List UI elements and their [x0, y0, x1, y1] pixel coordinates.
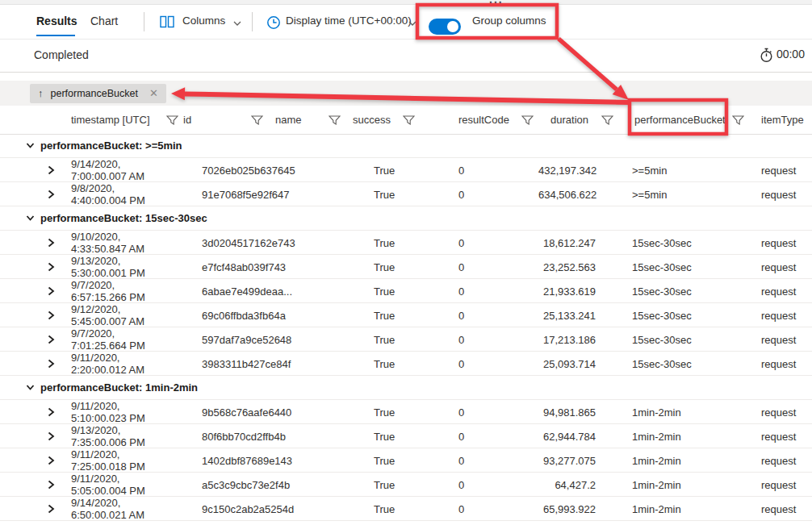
cell-name — [268, 261, 323, 273]
row-expand-chevron[interactable] — [0, 165, 71, 175]
row-expand-chevron[interactable] — [0, 504, 71, 514]
cell-performanceBucket: 1min-2min — [618, 431, 726, 443]
chevron-down-icon[interactable] — [233, 21, 241, 26]
cell-success: True — [345, 310, 397, 322]
table-row[interactable]: 9/14/2020, 7:00:00.007 AM 7026eb025b6376… — [0, 158, 812, 182]
cell-id: 91e7068f5e92f647 — [183, 189, 245, 201]
column-header-performanceBucket[interactable]: performanceBucket — [618, 114, 726, 126]
cell-resultCode: 0 — [420, 189, 516, 201]
cell-duration: 634,506.622 — [538, 189, 596, 201]
filter-funnel-icon[interactable] — [732, 115, 744, 125]
cell-name — [268, 503, 323, 515]
cell-duration: 64,427.2 — [538, 479, 596, 491]
filter-funnel-icon[interactable] — [166, 115, 178, 125]
column-header-id[interactable]: id — [183, 114, 245, 126]
cell-timestamp: 9/14/2020, 6:50:00.021 AM — [71, 497, 161, 521]
chevron-down-icon[interactable] — [408, 21, 416, 26]
row-expand-chevron[interactable] — [0, 238, 71, 248]
column-header-duration[interactable]: duration — [538, 114, 596, 126]
cell-name — [268, 165, 323, 177]
column-header-name[interactable]: name — [268, 114, 323, 126]
cell-timestamp: 9/12/2020, 5:45:00.007 AM — [71, 303, 161, 327]
close-icon[interactable]: ✕ — [149, 87, 158, 99]
display-time-button[interactable]: Display time (UTC+00:00) — [286, 15, 412, 27]
cell-performanceBucket: >=5min — [618, 165, 726, 177]
chevron-expanded-icon[interactable] — [26, 383, 35, 392]
cell-success: True — [345, 406, 397, 419]
group-header-row[interactable]: performanceBucket: >=5min — [0, 134, 812, 158]
cell-name — [268, 310, 323, 322]
group-header-row[interactable]: performanceBucket: 1min-2min — [0, 376, 812, 400]
cell-success: True — [345, 237, 397, 249]
group-columns-toggle[interactable] — [429, 19, 461, 35]
cell-success: True — [345, 503, 397, 515]
column-header-itemType[interactable]: itemType — [749, 114, 812, 126]
table-row[interactable]: 9/14/2020, 6:50:00.021 AM 9c150c2ab2a525… — [0, 497, 812, 521]
cell-resultCode: 0 — [420, 261, 516, 273]
table-row[interactable]: 9/11/2020, 7:25:00.018 PM 1402dbf87689e1… — [0, 448, 812, 473]
filter-funnel-icon[interactable] — [329, 115, 341, 125]
row-expand-chevron[interactable] — [0, 456, 71, 465]
cell-name — [268, 406, 323, 419]
row-expand-chevron[interactable] — [0, 262, 71, 272]
group-by-bar: ↑performanceBucket✕ — [0, 81, 812, 106]
row-expand-chevron[interactable] — [0, 407, 71, 417]
tab-chart[interactable]: Chart — [90, 15, 118, 27]
table-row[interactable]: 9/7/2020, 7:01:25.664 PM 597daf7a9ce5264… — [0, 327, 812, 352]
table-row[interactable]: 9/11/2020, 5:05:00.004 PM a5c3c9cbc73e2f… — [0, 473, 812, 497]
column-header-resultCode[interactable]: resultCode — [420, 114, 516, 126]
table-row[interactable]: 9/11/2020, 2:20:00.012 AM 3983311b427ce8… — [0, 352, 812, 376]
chevron-expanded-icon[interactable] — [26, 214, 35, 223]
group-header-label: performanceBucket: 1min-2min — [40, 381, 198, 394]
columns-button[interactable]: Columns — [182, 15, 225, 27]
cell-duration: 94,981.865 — [538, 406, 596, 419]
row-expand-chevron[interactable] — [0, 431, 71, 441]
cell-resultCode: 0 — [420, 334, 516, 346]
cell-id: 80f6bb70cd2ffb4b — [183, 431, 245, 443]
query-status: Completed — [34, 48, 89, 61]
cell-timestamp: 9/10/2020, 4:33:50.847 AM — [71, 231, 161, 255]
filter-funnel-icon[interactable] — [251, 115, 263, 125]
chevron-expanded-icon[interactable] — [26, 141, 35, 150]
column-header-success[interactable]: success — [345, 114, 397, 126]
cell-timestamp: 9/14/2020, 7:00:00.007 AM — [71, 158, 161, 182]
cell-id: 6abae7e499deaa... — [183, 285, 245, 298]
row-expand-chevron[interactable] — [0, 359, 71, 369]
cell-resultCode: 0 — [420, 285, 516, 298]
row-expand-chevron[interactable] — [0, 286, 71, 296]
tab-results[interactable]: Results — [36, 15, 77, 27]
cell-itemType: request — [749, 479, 812, 491]
filter-funnel-icon[interactable] — [403, 115, 415, 125]
status-bar: Completed 00:00 — [0, 40, 812, 73]
column-header-timestamp[interactable]: timestamp [UTC] — [71, 114, 161, 126]
table-row[interactable]: 9/7/2020, 6:57:15.266 PM 6abae7e499deaa.… — [0, 279, 812, 303]
filter-funnel-icon[interactable] — [521, 115, 534, 125]
group-header-row[interactable]: performanceBucket: 15sec-30sec — [0, 206, 812, 231]
cell-id: 9c150c2ab2a5254d — [183, 503, 245, 515]
cell-success: True — [345, 479, 397, 491]
table-row[interactable]: 9/11/2020, 5:10:00.023 PM 9b568c76aafe64… — [0, 400, 812, 424]
cell-performanceBucket: 1min-2min — [618, 406, 726, 419]
cell-id: 3983311b427ce84f — [183, 358, 245, 370]
query-timer: 00:00 — [760, 48, 805, 63]
table-row[interactable]: 9/12/2020, 5:45:00.007 AM 69c06ffbda3fb6… — [0, 303, 812, 327]
group-chip-performanceBucket[interactable]: ↑performanceBucket✕ — [30, 84, 166, 103]
cell-itemType: request — [749, 455, 812, 467]
filter-funnel-icon[interactable] — [601, 115, 613, 125]
toolbar: Results Chart Columns Display time (UTC+… — [0, 5, 812, 40]
cell-resultCode: 0 — [420, 310, 516, 322]
table-row[interactable]: 9/13/2020, 5:30:00.001 PM e7fcf48ab039f7… — [0, 255, 812, 279]
cell-timestamp: 9/13/2020, 5:30:00.001 PM — [71, 255, 161, 279]
table-row[interactable]: 9/8/2020, 4:40:00.004 PM 91e7068f5e92f64… — [0, 182, 812, 206]
cell-resultCode: 0 — [420, 479, 516, 491]
cell-id: 9b568c76aafe6440 — [183, 406, 245, 419]
row-expand-chevron[interactable] — [0, 335, 71, 344]
cell-itemType: request — [749, 261, 812, 273]
row-expand-chevron[interactable] — [0, 480, 71, 490]
cell-id: 597daf7a9ce52648 — [183, 334, 245, 346]
cell-resultCode: 0 — [420, 358, 516, 370]
table-row[interactable]: 9/10/2020, 4:33:50.847 AM 3d0204517162e7… — [0, 231, 812, 255]
table-row[interactable]: 9/13/2020, 7:35:00.006 PM 80f6bb70cd2ffb… — [0, 424, 812, 448]
row-expand-chevron[interactable] — [0, 310, 71, 320]
row-expand-chevron[interactable] — [0, 190, 71, 199]
